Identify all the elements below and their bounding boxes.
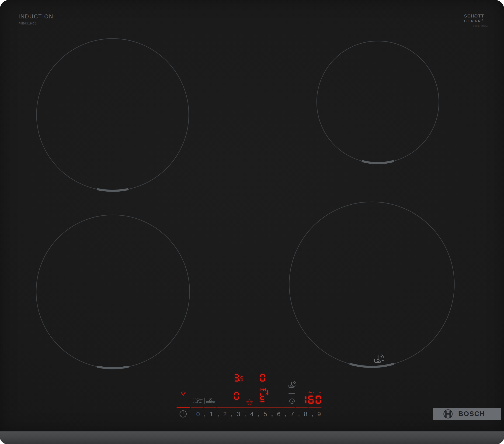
power-level-key-8[interactable]: 8 [301,411,310,417]
star-icon [247,399,252,405]
display-front-right-underline [260,401,265,402]
power-level-key-3[interactable]: 3 [234,411,243,417]
front-trim-strip [0,431,504,444]
power-level-key-4[interactable]: 4 [247,411,256,417]
bosch-nameplate: BOSCH [433,408,501,420]
display-rear-right [260,374,265,381]
power-slider-active-segment[interactable] [177,407,190,408]
power-level-key-0[interactable]: 0 [193,411,203,417]
power-level-key-6[interactable]: 6 [274,411,283,417]
temp-unit-label: °C [317,390,321,394]
display-front-left [234,392,239,400]
timer-separator-line [288,393,295,394]
power-level-key-9[interactable]: 9 [314,411,324,417]
display-rear-left [235,374,243,381]
display-timer [305,395,321,404]
pan-sensor-icon [288,381,297,390]
power-level-key-5[interactable]: 5 [261,411,270,417]
power-level-key-1[interactable]: 1 [207,411,216,417]
power-slider-bar[interactable] [191,407,322,408]
bosch-wordmark: BOSCH [458,410,485,417]
move-pan-icon [260,388,266,391]
clock-icon[interactable] [289,398,295,404]
power-level-key-7[interactable]: 7 [288,411,297,417]
timer-unit-label: min:s [307,391,314,394]
led-display-layer [0,0,504,444]
power-level-key-2[interactable]: 2 [220,411,230,417]
display-front-right [260,393,265,402]
power-icon[interactable] [179,410,187,418]
bosch-induction-hob: INDUCTION PIE631HC1 SCHOTT CERAN® 900173… [0,0,504,444]
bosch-emblem-icon [443,409,453,419]
thermometer-icon [266,390,268,395]
